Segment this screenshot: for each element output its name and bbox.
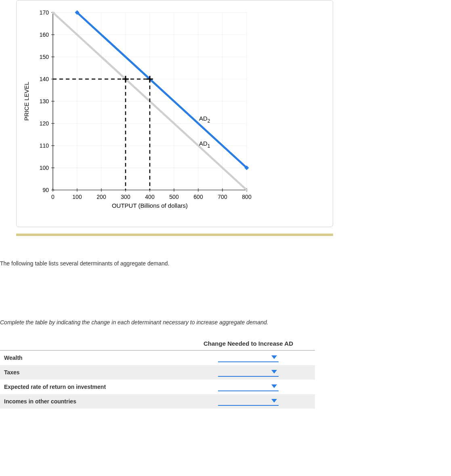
ad-chart[interactable]: 90 100 110 120 130 140 150 160 170 0 100… [21,4,329,215]
xtick: 400 [145,194,155,200]
ytick: 170 [40,9,49,16]
dropdown-expected-return[interactable] [218,382,279,391]
chevron-down-icon [271,384,277,388]
ytick: 110 [40,142,49,149]
table-header-change: Change Needed to Increase AD [182,337,315,351]
ytick: 150 [40,54,49,60]
instruction-text: Complete the table by indicating the cha… [0,319,451,326]
section-divider [16,234,333,236]
xtick: 700 [218,194,227,200]
ytick: 130 [40,98,49,104]
determinants-table: Change Needed to Increase AD Wealth Taxe… [0,337,315,409]
determinant-label: Wealth [0,351,182,365]
chevron-down-icon [271,370,277,374]
y-axis-label: PRICE LEVEL [23,82,30,121]
determinant-label: Expected rate of return on investment [0,380,182,394]
xtick: 300 [121,194,130,200]
ytick: 160 [40,31,49,38]
xtick: 800 [242,194,252,200]
dropdown-incomes-abroad[interactable] [218,397,279,406]
ytick: 90 [42,187,49,193]
table-row: Incomes in other countries [0,394,315,409]
xtick: 200 [96,194,106,200]
ytick: 120 [40,120,49,127]
chevron-down-icon [271,355,277,359]
dropdown-taxes[interactable] [218,368,279,377]
table-row: Expected rate of return on investment [0,380,315,394]
xtick: 500 [169,194,179,200]
chart-panel: 90 100 110 120 130 140 150 160 170 0 100… [16,0,333,227]
table-row: Taxes [0,365,315,380]
table-row: Wealth [0,351,315,365]
chevron-down-icon [271,399,277,403]
xtick: 0 [51,194,55,200]
ad2-label: AD2 [199,115,210,124]
dropdown-wealth[interactable] [218,353,279,362]
ytick: 100 [40,165,49,171]
determinant-label: Incomes in other countries [0,394,182,409]
determinant-label: Taxes [0,365,182,380]
ytick: 140 [40,76,49,82]
x-axis-label: OUTPUT (Billions of dollars) [112,202,188,209]
xtick: 600 [193,194,203,200]
question-text: The following table lists several determ… [0,260,451,267]
xtick: 100 [72,194,82,200]
ad2-line [77,13,247,168]
